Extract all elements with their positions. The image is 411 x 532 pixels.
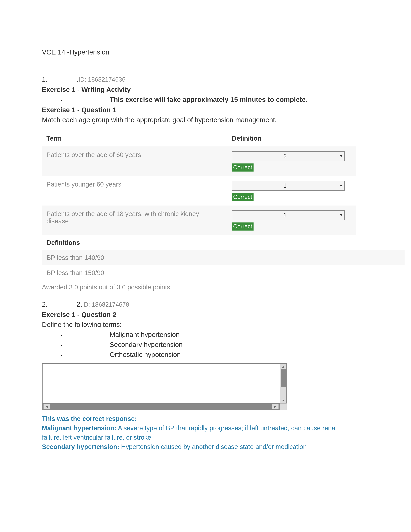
- definition-item: BP less than 150/90: [42, 265, 369, 280]
- definition-item: BP less than 140/90: [42, 250, 405, 265]
- term-cell: Patients over the age of 60 years: [42, 147, 227, 176]
- scroll-up-icon: ▲: [281, 365, 285, 368]
- chevron-down-icon: ▼: [338, 181, 344, 190]
- q1-subtitle: Exercise 1 - Question 1: [42, 106, 369, 114]
- matching-table: Term Definition Patients over the age of…: [42, 130, 356, 235]
- scroll-thumb[interactable]: [280, 369, 286, 387]
- definitions-header: Definitions: [42, 235, 369, 250]
- feedback-def: Hypertension caused by another disease s…: [119, 443, 307, 450]
- q1-exercise-title: Exercise 1 - Writing Activity: [42, 86, 369, 94]
- q1-number: 1.: [42, 76, 76, 83]
- q1-id-label: ID: 18682174636: [78, 76, 126, 83]
- points-awarded: Awarded 3.0 points out of 3.0 possible p…: [42, 284, 369, 291]
- q1-time-note: This exercise will take approximately 15…: [110, 96, 308, 104]
- q2-number: 2.: [42, 301, 76, 308]
- table-row: Patients over the age of 60 years 2 ▼ Co…: [42, 147, 356, 176]
- scroll-right-icon: ▶: [274, 405, 277, 408]
- q2-id-label: ID: 18682174678: [82, 301, 129, 308]
- select-value: 1: [233, 182, 338, 189]
- scroll-down-icon: ▼: [281, 399, 285, 402]
- table-row: Patients younger 60 years 1 ▼ Correct: [42, 176, 356, 206]
- term-item: Malignant hypertension: [110, 331, 179, 339]
- term-item: Orthostatic hypotension: [110, 351, 181, 359]
- q1-pre-id: .: [76, 76, 78, 83]
- definition-select[interactable]: 2 ▼: [232, 151, 345, 161]
- feedback-term: Secondary hypertension:: [42, 443, 119, 450]
- select-value: 1: [233, 212, 338, 218]
- select-value: 2: [233, 153, 338, 160]
- q1-prompt: Match each age group with the appropriat…: [42, 116, 369, 124]
- feedback-term: Malignant hypertension:: [42, 425, 116, 432]
- question-1: 1. .ID: 18682174636 Exercise 1 - Writing…: [42, 76, 369, 291]
- status-badge: Correct: [232, 222, 253, 230]
- term-cell: Patients over the age of 18 years, with …: [42, 206, 227, 235]
- vertical-scrollbar[interactable]: ▲ ▼: [280, 364, 286, 403]
- document-title: VCE 14 -Hypertension: [42, 48, 369, 56]
- bullet-icon: ▪: [61, 98, 110, 103]
- bullet-icon: ▪: [61, 353, 110, 358]
- question-2: 2. 2.ID: 18682174678 Exercise 1 - Questi…: [42, 301, 369, 451]
- q2-pre-id: 2.: [76, 301, 82, 308]
- status-badge: Correct: [232, 193, 253, 201]
- scroll-left-icon: ◀: [46, 405, 48, 408]
- horizontal-scrollbar[interactable]: ◀ ▶: [43, 403, 286, 409]
- bullet-icon: ▪: [61, 343, 110, 348]
- definition-select[interactable]: 1 ▼: [232, 210, 345, 220]
- feedback-lead: This was the correct response:: [42, 414, 342, 423]
- answer-textarea[interactable]: ▲ ▼ ◀ ▶: [42, 363, 287, 410]
- feedback-block: This was the correct response: Malignant…: [42, 414, 342, 451]
- resize-corner: [280, 403, 287, 410]
- chevron-down-icon: ▼: [338, 211, 344, 220]
- table-header-definition: Definition: [227, 130, 356, 147]
- table-header-term: Term: [42, 130, 227, 147]
- definition-select[interactable]: 1 ▼: [232, 181, 345, 191]
- term-cell: Patients younger 60 years: [42, 176, 227, 206]
- table-row: Patients over the age of 18 years, with …: [42, 206, 356, 235]
- status-badge: Correct: [232, 163, 253, 171]
- q2-prompt: Define the following terms:: [42, 321, 369, 329]
- term-item: Secondary hypertension: [110, 341, 183, 349]
- chevron-down-icon: ▼: [338, 152, 344, 161]
- q2-subtitle: Exercise 1 - Question 2: [42, 311, 369, 319]
- bullet-icon: ▪: [61, 333, 110, 338]
